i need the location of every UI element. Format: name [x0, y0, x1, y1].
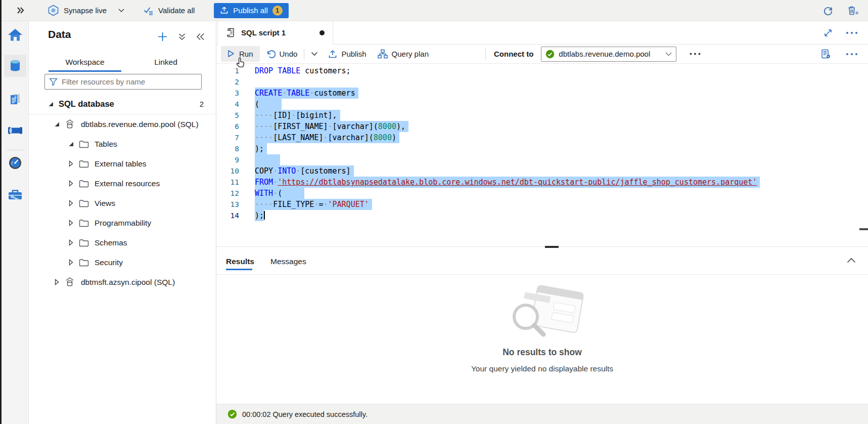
code-line[interactable]: 6····[FIRST_NAME]·[varchar](8000), [216, 121, 868, 132]
line-number: 3 [216, 88, 239, 99]
database-count: 2 [200, 100, 204, 108]
refresh-icon[interactable] [823, 5, 834, 16]
tree-item-external-tables[interactable]: External tables [29, 154, 216, 174]
line-number: 4 [216, 99, 239, 110]
sql-code-editor[interactable]: 1DROP TABLE customers;23CREATE·TABLE·cus… [216, 64, 868, 246]
tree-item-external-resources[interactable]: External resources [29, 174, 216, 193]
code-line[interactable]: 8); [216, 143, 868, 154]
publish-all-button[interactable]: Publish all 1 [214, 3, 288, 18]
tree-item-label: dbtlabs.revenue.demo.pool (SQL) [81, 120, 199, 129]
query-plan-button[interactable]: Query plan [378, 49, 429, 59]
tab-sql-script-1[interactable]: SQL script 1 [217, 21, 333, 45]
nav-home-icon[interactable] [4, 24, 26, 46]
panel-title: Data [48, 28, 71, 40]
folder-icon [79, 259, 89, 267]
rail-divider [7, 150, 24, 150]
line-number: 10 [216, 165, 239, 177]
publish-button[interactable]: Publish [328, 50, 366, 59]
run-options-chevron-icon[interactable] [311, 52, 318, 56]
code-line[interactable]: 13····FILE_TYPE·=·'PARQUET' [216, 199, 868, 210]
filter-funnel-icon [49, 78, 58, 86]
collapsed-triangle-icon[interactable] [67, 259, 74, 266]
collapsed-triangle-icon[interactable] [67, 220, 74, 226]
nav-develop-icon[interactable] [4, 89, 26, 111]
collapsed-triangle-icon[interactable] [53, 279, 60, 285]
line-number: 12 [216, 188, 239, 199]
tab-workspace[interactable]: Workspace [44, 51, 125, 72]
line-number: 2 [216, 76, 239, 88]
filter-input[interactable] [62, 77, 197, 86]
run-button[interactable]: Run [221, 46, 260, 62]
nav-monitor-icon[interactable] [4, 152, 26, 174]
code-line[interactable]: 10COPY·INTO·[customers] [216, 165, 868, 177]
expand-editor-icon[interactable] [824, 28, 833, 37]
collapsed-triangle-icon[interactable] [67, 239, 74, 246]
tree-item-pool-dbtmsft[interactable]: dbtmsft.azsyn.cipool (SQL) [29, 272, 216, 292]
empty-subtitle: Your query yielded no displayable result… [216, 364, 868, 373]
folder-icon [79, 160, 89, 168]
data-explorer-panel: Data Workspace Linked [29, 21, 216, 424]
code-line[interactable]: 2 [216, 76, 868, 88]
code-line[interactable]: 1DROP TABLE customers; [216, 65, 868, 76]
synapse-live-label: Synapse live [64, 6, 107, 15]
synapse-live-selector[interactable]: Synapse live [48, 5, 124, 16]
connect-to-label: Connect to [494, 50, 533, 58]
code-line[interactable]: 7····[LAST_NAME]·[varchar](8000) [216, 132, 868, 143]
code-line[interactable]: 5····[ID]·[bigint], [216, 110, 868, 121]
expand-menu-icon[interactable] [16, 6, 25, 15]
code-line[interactable]: 3CREATE·TABLE·customers [216, 88, 868, 99]
nav-data-icon[interactable] [4, 55, 26, 77]
tree-item-tables[interactable]: Tables [29, 134, 216, 154]
tab-results[interactable]: Results [226, 248, 254, 275]
undo-button[interactable]: Undo [266, 50, 298, 59]
expanded-triangle-icon[interactable] [53, 121, 60, 127]
collapse-results-chevron-icon[interactable] [847, 258, 856, 263]
line-number: 8 [216, 143, 239, 154]
more-options-icon[interactable] [846, 53, 858, 56]
more-options-icon[interactable] [846, 31, 858, 34]
expanded-triangle-icon[interactable] [67, 141, 74, 147]
line-number: 5 [216, 110, 239, 121]
editor-toolbar: Run Undo Publish Query plan Connect to [216, 45, 868, 64]
tree-item-label: SQL database [59, 99, 114, 109]
collapsed-triangle-icon[interactable] [67, 200, 74, 206]
tab-messages[interactable]: Messages [270, 248, 306, 275]
explorer-tabs: Workspace Linked [44, 51, 206, 72]
collapse-panel-icon[interactable] [196, 33, 205, 40]
overview-ruler-cursor-mark [859, 228, 868, 230]
code-line[interactable]: 9 [216, 154, 868, 165]
collapse-all-icon[interactable] [178, 32, 186, 41]
tree-item-label: External tables [95, 159, 147, 168]
discard-trash-icon[interactable] [847, 5, 859, 16]
validate-all-button[interactable]: Validate all [144, 6, 195, 15]
properties-icon[interactable] [820, 49, 832, 60]
tab-linked[interactable]: Linked [125, 51, 206, 72]
collapsed-triangle-icon[interactable] [67, 180, 74, 187]
code-line[interactable]: 12WITH·( [216, 188, 868, 199]
expanded-triangle-icon[interactable] [47, 101, 54, 107]
tree-item-programmability[interactable]: Programmability [29, 213, 216, 233]
add-resource-icon[interactable] [157, 31, 168, 42]
tree-item-views[interactable]: Views [29, 193, 216, 213]
toolbar-separator [304, 49, 304, 59]
line-number: 7 [216, 132, 239, 143]
pool-select-dropdown[interactable]: dbtlabs.revenue.demo.pool [541, 47, 676, 62]
tree-item-sql-database[interactable]: SQL database 2 [29, 94, 216, 114]
folder-icon [79, 180, 89, 188]
code-line[interactable]: 14); [216, 210, 868, 221]
tree-item-security[interactable]: Security [29, 252, 216, 272]
tree-item-pool-dbtlabs[interactable]: dbtlabs.revenue.demo.pool (SQL) [29, 114, 216, 134]
nav-manage-icon[interactable] [4, 184, 26, 206]
tree-item-schemas[interactable]: Schemas [29, 233, 216, 252]
collapsed-triangle-icon[interactable] [67, 160, 74, 167]
chevron-down-icon [665, 52, 672, 56]
code-line[interactable]: 11FROM·'https://dbtlabsynapsedatalake.bl… [216, 177, 868, 188]
more-commands-icon[interactable] [690, 53, 701, 55]
code-line[interactable]: 4( [216, 99, 868, 110]
tree-item-label: Security [95, 258, 123, 267]
line-number: 13 [216, 199, 239, 210]
splitter-drag-handle[interactable] [545, 246, 559, 248]
nav-integrate-icon[interactable] [4, 119, 26, 142]
line-number: 14 [216, 210, 239, 221]
sql-pool-icon [64, 119, 76, 130]
